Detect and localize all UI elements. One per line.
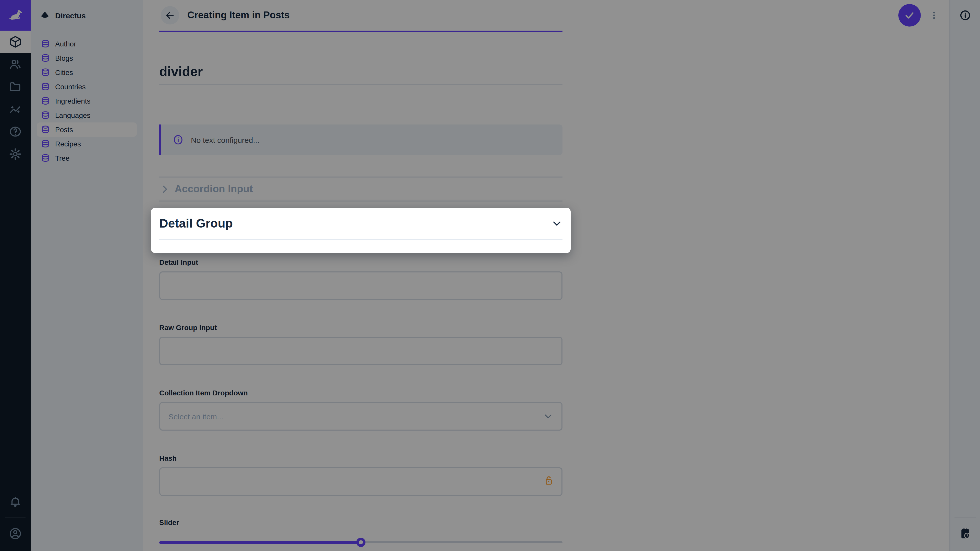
chevron-down-icon [551,218,563,229]
detail-group-card: Detail Group [151,208,571,253]
spotlight-overlay [0,0,980,551]
detail-group-title: Detail Group [159,216,233,230]
detail-group-header[interactable]: Detail Group [159,208,563,240]
